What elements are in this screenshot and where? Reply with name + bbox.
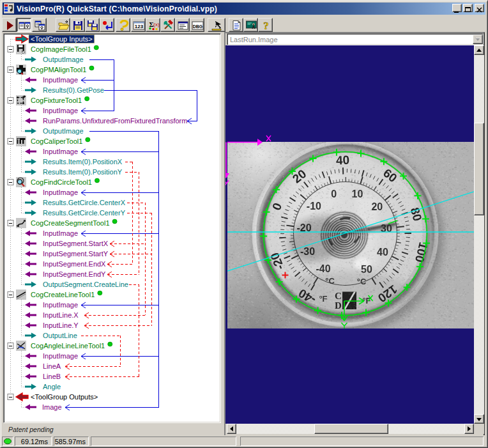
svg-text:CogCreateSegmentTool1: CogCreateSegmentTool1 xyxy=(31,219,110,227)
svg-text:Image: Image xyxy=(42,403,62,411)
svg-text:InputImage: InputImage xyxy=(43,229,78,237)
svg-text:CogFindCircleTool1: CogFindCircleTool1 xyxy=(31,178,92,186)
svg-text:CogCreateLineTool1: CogCreateLineTool1 xyxy=(31,291,95,298)
svg-text:Results.Item(0).PositionY: Results.Item(0).PositionY xyxy=(43,168,123,176)
svg-text:CogPMAlignTool1: CogPMAlignTool1 xyxy=(31,66,86,73)
svg-text:InputSegment.EndY: InputSegment.EndY xyxy=(43,270,106,278)
svg-text:CogAngleLineLineTool1: CogAngleLineLineTool1 xyxy=(31,342,105,350)
svg-text:InputSegment.StartX: InputSegment.StartX xyxy=(43,240,109,247)
svg-text:Results.Item(0).PositionX: Results.Item(0).PositionX xyxy=(43,158,123,166)
svg-text:LineA: LineA xyxy=(43,362,61,370)
svg-text:(x): (x) xyxy=(153,22,160,27)
svg-text:OutputImage: OutputImage xyxy=(43,56,84,63)
svg-text:CogImageFileTool1: CogImageFileTool1 xyxy=(31,45,91,53)
svg-text:InputSegment.StartY: InputSegment.StartY xyxy=(43,250,109,258)
svg-text:InputLine.X: InputLine.X xyxy=(43,311,79,319)
svg-text:123: 123 xyxy=(135,24,144,29)
svg-text:<ToolGroup Outputs>: <ToolGroup Outputs> xyxy=(31,393,98,401)
svg-text:InputImage: InputImage xyxy=(43,148,78,155)
svg-text:Results.GetCircle.CenterX: Results.GetCircle.CenterX xyxy=(43,199,126,206)
svg-text:CogFixtureTool1: CogFixtureTool1 xyxy=(31,97,82,104)
svg-text:Angle: Angle xyxy=(43,383,61,390)
svg-text:OutputImage: OutputImage xyxy=(43,127,84,135)
svg-text:RunParams.UnfixturedFromFixtur: RunParams.UnfixturedFromFixturedTransfor… xyxy=(43,117,187,125)
svg-text:Results(0).GetPose: Results(0).GetPose xyxy=(43,86,104,94)
svg-text:?: ? xyxy=(263,20,269,31)
svg-text:LineB: LineB xyxy=(43,373,61,380)
svg-text:InputSegment.EndX: InputSegment.EndX xyxy=(43,260,106,268)
svg-text:DBG: DBG xyxy=(193,24,203,29)
svg-text:InputImage: InputImage xyxy=(43,107,78,114)
svg-text:CogCaliperTool1: CogCaliperTool1 xyxy=(31,137,82,145)
svg-text:InputImage: InputImage xyxy=(43,76,78,84)
svg-text:InputImage: InputImage xyxy=(43,189,78,196)
svg-text:OutputLine: OutputLine xyxy=(43,332,77,339)
svg-text:InputLine.Y: InputLine.Y xyxy=(43,321,79,329)
svg-text:InputImage: InputImage xyxy=(43,301,78,309)
svg-text:<ToolGroup Inputs>: <ToolGroup Inputs> xyxy=(31,35,93,43)
svg-text:Results.GetCircle.CenterY: Results.GetCircle.CenterY xyxy=(43,209,126,217)
svg-text:InputImage: InputImage xyxy=(43,352,78,360)
svg-text:OutputSegment.CreateLine: OutputSegment.CreateLine xyxy=(43,281,128,288)
